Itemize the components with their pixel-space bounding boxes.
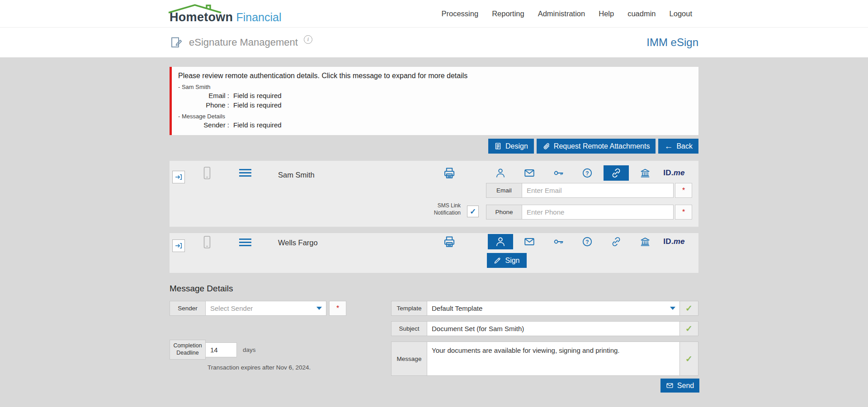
in-person-icon[interactable] xyxy=(486,164,515,182)
completion-deadline-row: Completion Deadline days xyxy=(170,340,256,360)
toolbar: Design Request Remote Attachments ← Back xyxy=(170,139,698,154)
subject-field-row: Subject ✓ xyxy=(391,321,698,336)
alert-field-label: Phone : xyxy=(197,100,229,110)
print-icon[interactable] xyxy=(443,235,456,248)
send-button[interactable]: Send xyxy=(660,379,699,393)
device-icon xyxy=(202,166,212,180)
nav-item-administration[interactable]: Administration xyxy=(538,9,585,18)
sms-checkbox[interactable]: ✓ xyxy=(467,206,479,217)
template-select-value: Default Template xyxy=(432,304,482,312)
back-button[interactable]: ← Back xyxy=(658,139,698,154)
email-auth-icon[interactable] xyxy=(515,233,544,250)
product-name: IMM eSign xyxy=(646,36,698,49)
remote-link-icon[interactable] xyxy=(602,233,631,250)
completion-deadline-label: Completion Deadline xyxy=(170,340,206,360)
esignature-page-icon xyxy=(170,36,183,49)
nav-item-user[interactable]: cuadmin xyxy=(627,9,656,18)
drag-handle-icon[interactable] xyxy=(239,169,251,177)
email-auth-icon[interactable] xyxy=(515,164,544,182)
days-label: days xyxy=(243,346,256,353)
sign-button[interactable]: Sign xyxy=(487,253,527,268)
paperclip-icon xyxy=(542,142,550,150)
dropdown-caret-icon xyxy=(316,307,322,310)
login-auth-icon[interactable] xyxy=(544,164,573,182)
security-question-icon[interactable]: ? xyxy=(573,233,602,250)
sms-link-notification-label: SMS Link Notification xyxy=(412,202,461,216)
login-auth-icon[interactable] xyxy=(544,233,573,250)
back-arrow-icon: ← xyxy=(664,142,673,150)
recipient-name: Wells Fargo xyxy=(278,239,318,247)
design-button[interactable]: Design xyxy=(488,139,534,154)
email-label: Email xyxy=(486,183,522,198)
recipient-name: Sam Smith xyxy=(278,171,315,179)
nav-item-processing[interactable]: Processing xyxy=(442,9,479,18)
message-details-heading: Message Details xyxy=(170,284,698,294)
phone-required-marker: * xyxy=(675,205,692,220)
security-question-icon[interactable]: ? xyxy=(573,164,602,182)
nav-menu: Processing Reporting Administration Help… xyxy=(442,9,693,18)
page-header: eSignature Management i IMM eSign xyxy=(0,28,868,58)
dropdown-caret-icon xyxy=(670,307,675,310)
alert-field-message: Field is required xyxy=(233,91,282,100)
completion-deadline-input[interactable] xyxy=(205,342,237,357)
svg-text:?: ? xyxy=(585,170,589,177)
template-valid-check-icon: ✓ xyxy=(679,301,698,316)
alert-field-label: Email : xyxy=(197,91,229,100)
alert-field-phone: Phone : Field is required xyxy=(178,100,690,110)
phone-input[interactable] xyxy=(522,205,674,220)
device-icon xyxy=(202,235,212,249)
in-person-icon[interactable] xyxy=(486,233,515,250)
page-title: eSignature Management xyxy=(189,37,298,48)
svg-text:?: ? xyxy=(585,239,589,245)
idme-icon[interactable]: ID.me xyxy=(660,233,689,250)
message-textarea[interactable]: Your documents are available for viewing… xyxy=(427,342,680,376)
request-remote-attachments-button[interactable]: Request Remote Attachments xyxy=(537,139,656,154)
message-field-row: Message Your documents are available for… xyxy=(391,342,698,376)
signing-order-icon[interactable] xyxy=(172,171,185,183)
nav-item-reporting[interactable]: Reporting xyxy=(492,9,524,18)
template-field-row: Template Default Template ✓ xyxy=(391,301,698,316)
subject-label: Subject xyxy=(391,321,427,336)
top-navbar: Hometown Financial Processing Reporting … xyxy=(0,0,868,28)
notary-icon[interactable] xyxy=(631,164,660,182)
sender-select[interactable]: Select Sender xyxy=(205,301,326,316)
message-details-form: Sender Select Sender * Completion Deadli… xyxy=(170,301,698,397)
recipient-card-sam-smith: Sam Smith xyxy=(170,161,698,227)
drag-handle-icon[interactable] xyxy=(239,239,251,246)
email-required-marker: * xyxy=(675,183,692,198)
auth-method-row: ? ID.me xyxy=(486,233,689,250)
message-valid-check-icon: ✓ xyxy=(679,342,698,376)
phone-field-row: Phone * xyxy=(486,205,692,220)
template-select[interactable]: Default Template xyxy=(427,301,680,316)
send-envelope-icon xyxy=(666,382,674,389)
info-icon[interactable]: i xyxy=(304,35,312,44)
nav-item-help[interactable]: Help xyxy=(599,9,614,18)
subject-input[interactable] xyxy=(427,321,680,336)
auth-method-row: ? ID.me xyxy=(486,164,689,182)
checkbox-check-icon: ✓ xyxy=(470,207,476,216)
idme-icon[interactable]: ID.me xyxy=(660,164,689,182)
sender-label: Sender xyxy=(170,301,206,316)
alert-summary: Please review remote authentication deta… xyxy=(178,71,690,80)
sender-select-value: Select Sender xyxy=(210,304,253,312)
brand-roof-icon xyxy=(168,4,226,14)
design-icon xyxy=(494,142,502,150)
alert-group-message-details: - Message Details xyxy=(178,112,690,120)
print-icon[interactable] xyxy=(443,166,456,180)
alert-field-message: Field is required xyxy=(233,120,282,130)
signing-order-icon[interactable] xyxy=(172,239,185,252)
message-label: Message xyxy=(391,342,427,376)
recipient-card-wells-fargo: Wells Fargo xyxy=(170,233,698,273)
subject-valid-check-icon: ✓ xyxy=(679,321,698,336)
brand-logo[interactable]: Hometown Financial xyxy=(170,3,281,24)
sender-required-marker: * xyxy=(329,301,346,316)
email-field-row: Email * xyxy=(486,183,692,198)
nav-item-logout[interactable]: Logout xyxy=(670,9,692,18)
email-input[interactable] xyxy=(522,183,674,198)
remote-link-icon[interactable] xyxy=(602,164,631,182)
notary-icon[interactable] xyxy=(631,233,660,250)
validation-alert[interactable]: Please review remote authentication deta… xyxy=(170,67,698,135)
main-content: Please review remote authentication deta… xyxy=(0,58,868,397)
alert-group-sam-smith: - Sam Smith xyxy=(178,83,690,91)
brand-suffix: Financial xyxy=(236,11,281,24)
